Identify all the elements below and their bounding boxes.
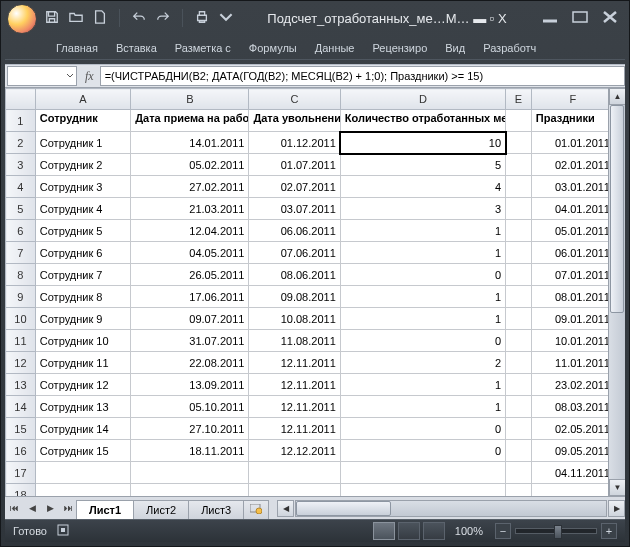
spreadsheet[interactable]: ABCDEF1СотрудникДата приема на работуДат… [5, 88, 608, 496]
cell-C6[interactable]: 06.06.2011 [249, 220, 340, 242]
cell-C7[interactable]: 07.06.2011 [249, 242, 340, 264]
cell-C18[interactable] [249, 484, 340, 497]
cell-E5[interactable] [506, 198, 532, 220]
cell-F1[interactable]: Праздники [531, 110, 608, 132]
cell-E9[interactable] [506, 286, 532, 308]
cell-B4[interactable]: 27.02.2011 [131, 176, 249, 198]
hscroll-track[interactable] [295, 500, 607, 517]
cell-E16[interactable] [506, 440, 532, 462]
ribbon-tab-вставка[interactable]: Вставка [107, 39, 166, 59]
row-header-4[interactable]: 4 [6, 176, 36, 198]
cell-E12[interactable] [506, 352, 532, 374]
row-header-10[interactable]: 10 [6, 308, 36, 330]
tab-nav-last[interactable]: ⏭ [59, 499, 77, 517]
macro-record-icon[interactable] [57, 524, 69, 538]
cell-F6[interactable]: 05.01.2011 [531, 220, 608, 242]
zoom-out-button[interactable]: − [495, 523, 511, 539]
cell-A18[interactable] [35, 484, 131, 497]
ribbon-tab-вид[interactable]: Вид [436, 39, 474, 59]
ribbon-tab-рецензиро[interactable]: Рецензиро [363, 39, 436, 59]
cell-C10[interactable]: 10.08.2011 [249, 308, 340, 330]
cell-D2[interactable]: 10 [340, 132, 505, 154]
col-header-B[interactable]: B [131, 89, 249, 110]
row-header-12[interactable]: 12 [6, 352, 36, 374]
cell-F15[interactable]: 02.05.2011 [531, 418, 608, 440]
row-header-1[interactable]: 1 [6, 110, 36, 132]
cell-D8[interactable]: 0 [340, 264, 505, 286]
cell-D3[interactable]: 5 [340, 154, 505, 176]
zoom-knob[interactable] [554, 525, 562, 539]
cell-E7[interactable] [506, 242, 532, 264]
row-header-5[interactable]: 5 [6, 198, 36, 220]
chevron-down-icon[interactable] [66, 70, 74, 82]
cell-E15[interactable] [506, 418, 532, 440]
row-header-9[interactable]: 9 [6, 286, 36, 308]
cell-E10[interactable] [506, 308, 532, 330]
cell-E13[interactable] [506, 374, 532, 396]
scroll-down-icon[interactable]: ▼ [609, 479, 625, 496]
cell-E11[interactable] [506, 330, 532, 352]
hscroll-thumb[interactable] [296, 501, 391, 516]
cell-F9[interactable]: 08.01.2011 [531, 286, 608, 308]
cell-A7[interactable]: Сотрудник 6 [35, 242, 131, 264]
ribbon-tab-разметка с[interactable]: Разметка с [166, 39, 240, 59]
cell-F17[interactable]: 04.11.2011 [531, 462, 608, 484]
col-header-F[interactable]: F [531, 89, 608, 110]
cell-E1[interactable] [506, 110, 532, 132]
view-pagelayout-button[interactable] [398, 522, 420, 540]
sheet-tab-Лист1[interactable]: Лист1 [76, 500, 134, 519]
cell-A11[interactable]: Сотрудник 10 [35, 330, 131, 352]
row-header-3[interactable]: 3 [6, 154, 36, 176]
cell-E8[interactable] [506, 264, 532, 286]
cell-D14[interactable]: 1 [340, 396, 505, 418]
name-box[interactable] [7, 66, 77, 86]
vertical-scrollbar[interactable]: ▲ ▼ [608, 88, 625, 496]
cell-B2[interactable]: 14.01.2011 [131, 132, 249, 154]
cell-D11[interactable]: 0 [340, 330, 505, 352]
cell-F3[interactable]: 02.01.2011 [531, 154, 608, 176]
cell-B5[interactable]: 21.03.2011 [131, 198, 249, 220]
cell-B7[interactable]: 04.05.2011 [131, 242, 249, 264]
tab-nav-prev[interactable]: ◀ [23, 499, 41, 517]
cell-B16[interactable]: 18.11.2011 [131, 440, 249, 462]
cell-C15[interactable]: 12.11.2011 [249, 418, 340, 440]
tab-nav-next[interactable]: ▶ [41, 499, 59, 517]
zoom-level[interactable]: 100% [455, 525, 483, 537]
cell-F2[interactable]: 01.01.2011 [531, 132, 608, 154]
insert-sheet-icon[interactable] [243, 500, 269, 519]
cell-F10[interactable]: 09.01.2011 [531, 308, 608, 330]
cell-F11[interactable]: 10.01.2011 [531, 330, 608, 352]
cell-D7[interactable]: 1 [340, 242, 505, 264]
cell-F8[interactable]: 07.01.2011 [531, 264, 608, 286]
cell-B11[interactable]: 31.07.2011 [131, 330, 249, 352]
cell-B14[interactable]: 05.10.2011 [131, 396, 249, 418]
tab-nav-first[interactable]: ⏮ [5, 499, 23, 517]
cell-D10[interactable]: 1 [340, 308, 505, 330]
view-pagebreak-button[interactable] [423, 522, 445, 540]
zoom-slider[interactable] [515, 528, 597, 534]
cell-A10[interactable]: Сотрудник 9 [35, 308, 131, 330]
cell-A5[interactable]: Сотрудник 4 [35, 198, 131, 220]
col-header-D[interactable]: D [340, 89, 505, 110]
cell-A2[interactable]: Сотрудник 1 [35, 132, 131, 154]
scroll-thumb[interactable] [610, 105, 624, 313]
cell-D9[interactable]: 1 [340, 286, 505, 308]
cell-D13[interactable]: 1 [340, 374, 505, 396]
cell-C8[interactable]: 08.06.2011 [249, 264, 340, 286]
row-header-6[interactable]: 6 [6, 220, 36, 242]
col-header-A[interactable]: A [35, 89, 131, 110]
cell-E18[interactable] [506, 484, 532, 497]
cell-F13[interactable]: 23.02.2011 [531, 374, 608, 396]
row-header-15[interactable]: 15 [6, 418, 36, 440]
fx-icon[interactable]: fx [79, 69, 100, 84]
cell-D17[interactable] [340, 462, 505, 484]
cell-A4[interactable]: Сотрудник 3 [35, 176, 131, 198]
cell-B9[interactable]: 17.06.2011 [131, 286, 249, 308]
view-normal-button[interactable] [373, 522, 395, 540]
cell-C11[interactable]: 11.08.2011 [249, 330, 340, 352]
cell-B8[interactable]: 26.05.2011 [131, 264, 249, 286]
cell-C2[interactable]: 01.12.2011 [249, 132, 340, 154]
cell-C12[interactable]: 12.11.2011 [249, 352, 340, 374]
cell-B3[interactable]: 05.02.2011 [131, 154, 249, 176]
print-preview-icon[interactable] [195, 10, 209, 26]
